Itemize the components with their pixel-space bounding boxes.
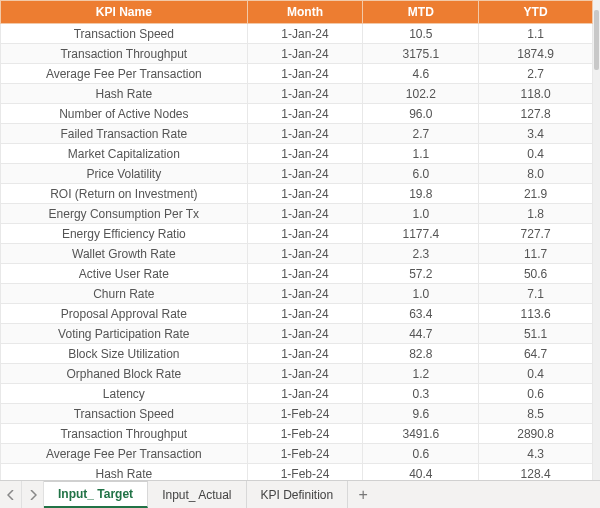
cell-mtd[interactable]: 1.2	[363, 364, 479, 384]
tab-nav-prev[interactable]	[0, 481, 22, 508]
cell-ytd[interactable]: 1.1	[479, 24, 593, 44]
cell-ytd[interactable]: 50.6	[479, 264, 593, 284]
cell-month[interactable]: 1-Jan-24	[247, 364, 363, 384]
cell-mtd[interactable]: 0.3	[363, 384, 479, 404]
cell-kpi[interactable]: ROI (Return on Investment)	[1, 184, 248, 204]
cell-mtd[interactable]: 10.5	[363, 24, 479, 44]
cell-kpi[interactable]: Latency	[1, 384, 248, 404]
cell-kpi[interactable]: Transaction Throughput	[1, 424, 248, 444]
cell-month[interactable]: 1-Jan-24	[247, 64, 363, 84]
cell-ytd[interactable]: 3.4	[479, 124, 593, 144]
cell-mtd[interactable]: 2.7	[363, 124, 479, 144]
cell-mtd[interactable]: 4.6	[363, 64, 479, 84]
cell-month[interactable]: 1-Jan-24	[247, 24, 363, 44]
cell-kpi[interactable]: Average Fee Per Transaction	[1, 64, 248, 84]
cell-ytd[interactable]: 7.1	[479, 284, 593, 304]
cell-month[interactable]: 1-Jan-24	[247, 224, 363, 244]
sheet-tab-input-target[interactable]: Input_ Target	[44, 481, 148, 508]
cell-kpi[interactable]: Price Volatility	[1, 164, 248, 184]
cell-month[interactable]: 1-Jan-24	[247, 184, 363, 204]
cell-kpi[interactable]: Energy Efficiency Ratio	[1, 224, 248, 244]
cell-mtd[interactable]: 2.3	[363, 244, 479, 264]
cell-kpi[interactable]: Transaction Speed	[1, 404, 248, 424]
cell-month[interactable]: 1-Jan-24	[247, 304, 363, 324]
col-header-kpi[interactable]: KPI Name	[1, 1, 248, 24]
cell-ytd[interactable]: 51.1	[479, 324, 593, 344]
cell-ytd[interactable]: 1874.9	[479, 44, 593, 64]
cell-month[interactable]: 1-Jan-24	[247, 124, 363, 144]
cell-mtd[interactable]: 57.2	[363, 264, 479, 284]
cell-ytd[interactable]: 727.7	[479, 224, 593, 244]
cell-kpi[interactable]: Active User Rate	[1, 264, 248, 284]
cell-month[interactable]: 1-Feb-24	[247, 464, 363, 481]
sheet-tab-input-actual[interactable]: Input_ Actual	[148, 481, 246, 508]
cell-mtd[interactable]: 1177.4	[363, 224, 479, 244]
cell-mtd[interactable]: 0.6	[363, 444, 479, 464]
cell-ytd[interactable]: 64.7	[479, 344, 593, 364]
cell-mtd[interactable]: 1.0	[363, 204, 479, 224]
cell-month[interactable]: 1-Jan-24	[247, 144, 363, 164]
cell-ytd[interactable]: 21.9	[479, 184, 593, 204]
add-sheet-button[interactable]: +	[348, 481, 378, 508]
cell-month[interactable]: 1-Feb-24	[247, 404, 363, 424]
cell-month[interactable]: 1-Jan-24	[247, 244, 363, 264]
cell-mtd[interactable]: 6.0	[363, 164, 479, 184]
cell-ytd[interactable]: 8.5	[479, 404, 593, 424]
cell-mtd[interactable]: 82.8	[363, 344, 479, 364]
cell-ytd[interactable]: 4.3	[479, 444, 593, 464]
cell-ytd[interactable]: 113.6	[479, 304, 593, 324]
cell-mtd[interactable]: 96.0	[363, 104, 479, 124]
cell-kpi[interactable]: Voting Participation Rate	[1, 324, 248, 344]
cell-month[interactable]: 1-Jan-24	[247, 44, 363, 64]
cell-month[interactable]: 1-Jan-24	[247, 324, 363, 344]
cell-month[interactable]: 1-Jan-24	[247, 164, 363, 184]
cell-kpi[interactable]: Churn Rate	[1, 284, 248, 304]
cell-month[interactable]: 1-Feb-24	[247, 444, 363, 464]
cell-ytd[interactable]: 2.7	[479, 64, 593, 84]
cell-kpi[interactable]: Market Capitalization	[1, 144, 248, 164]
cell-ytd[interactable]: 128.4	[479, 464, 593, 481]
cell-mtd[interactable]: 40.4	[363, 464, 479, 481]
cell-month[interactable]: 1-Jan-24	[247, 384, 363, 404]
cell-ytd[interactable]: 0.4	[479, 364, 593, 384]
col-header-month[interactable]: Month	[247, 1, 363, 24]
cell-ytd[interactable]: 0.6	[479, 384, 593, 404]
cell-kpi[interactable]: Orphaned Block Rate	[1, 364, 248, 384]
cell-kpi[interactable]: Hash Rate	[1, 464, 248, 481]
cell-month[interactable]: 1-Feb-24	[247, 424, 363, 444]
vertical-scrollbar[interactable]	[593, 0, 600, 480]
col-header-mtd[interactable]: MTD	[363, 1, 479, 24]
cell-ytd[interactable]: 118.0	[479, 84, 593, 104]
cell-month[interactable]: 1-Jan-24	[247, 344, 363, 364]
cell-ytd[interactable]: 1.8	[479, 204, 593, 224]
cell-ytd[interactable]: 0.4	[479, 144, 593, 164]
cell-mtd[interactable]: 19.8	[363, 184, 479, 204]
cell-ytd[interactable]: 11.7	[479, 244, 593, 264]
cell-kpi[interactable]: Proposal Approval Rate	[1, 304, 248, 324]
cell-month[interactable]: 1-Jan-24	[247, 104, 363, 124]
cell-mtd[interactable]: 3491.6	[363, 424, 479, 444]
cell-kpi[interactable]: Transaction Speed	[1, 24, 248, 44]
col-header-ytd[interactable]: YTD	[479, 1, 593, 24]
cell-ytd[interactable]: 127.8	[479, 104, 593, 124]
cell-mtd[interactable]: 9.6	[363, 404, 479, 424]
scrollbar-thumb[interactable]	[594, 10, 599, 70]
cell-kpi[interactable]: Hash Rate	[1, 84, 248, 104]
cell-mtd[interactable]: 102.2	[363, 84, 479, 104]
cell-mtd[interactable]: 44.7	[363, 324, 479, 344]
cell-kpi[interactable]: Block Size Utilization	[1, 344, 248, 364]
cell-kpi[interactable]: Energy Consumption Per Tx	[1, 204, 248, 224]
cell-mtd[interactable]: 1.0	[363, 284, 479, 304]
cell-month[interactable]: 1-Jan-24	[247, 204, 363, 224]
sheet-tab-kpi-definition[interactable]: KPI Definition	[247, 481, 349, 508]
cell-kpi[interactable]: Wallet Growth Rate	[1, 244, 248, 264]
cell-mtd[interactable]: 3175.1	[363, 44, 479, 64]
cell-ytd[interactable]: 2890.8	[479, 424, 593, 444]
cell-kpi[interactable]: Number of Active Nodes	[1, 104, 248, 124]
cell-mtd[interactable]: 1.1	[363, 144, 479, 164]
cell-kpi[interactable]: Failed Transaction Rate	[1, 124, 248, 144]
cell-month[interactable]: 1-Jan-24	[247, 284, 363, 304]
tab-nav-next[interactable]	[22, 481, 44, 508]
cell-kpi[interactable]: Average Fee Per Transaction	[1, 444, 248, 464]
cell-mtd[interactable]: 63.4	[363, 304, 479, 324]
